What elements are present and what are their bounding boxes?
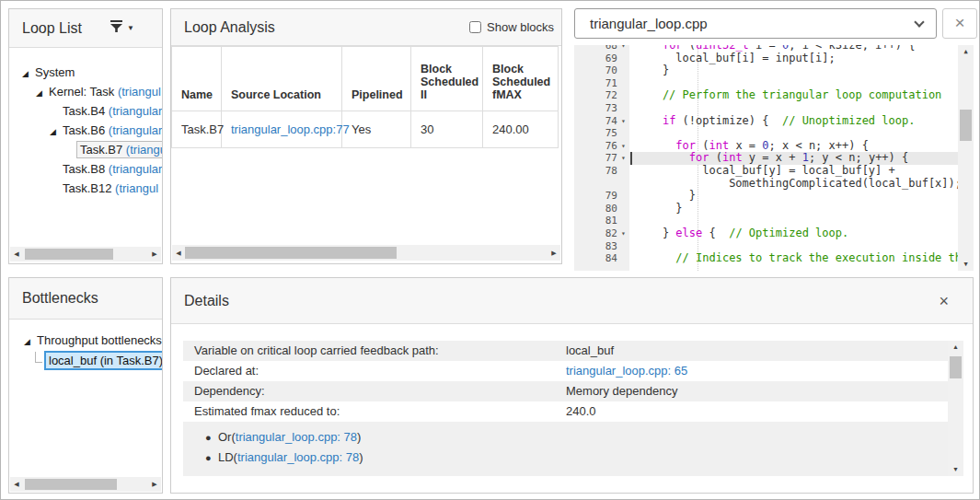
tree-expand-icon[interactable]: ◢: [36, 84, 49, 103]
code-line: }: [629, 190, 958, 203]
tree-expand-icon[interactable]: ◢: [22, 64, 35, 84]
fold-spacer: [617, 127, 629, 140]
close-details-button[interactable]: ×: [939, 293, 949, 309]
bottlenecks-title: Bottlenecks: [22, 290, 98, 307]
code-gutter: 68▾697071727374▾7576▾77▾7879808182▾8384: [574, 45, 629, 271]
tree-expand-icon[interactable]: ◢: [24, 331, 37, 352]
fold-marker-icon[interactable]: ▾: [617, 45, 629, 52]
tree-item-task-b7-selected[interactable]: Task.B7 (triangu: [9, 140, 162, 159]
code-vscrollbar[interactable]: ▲ ▼: [958, 45, 974, 271]
fold-marker-icon[interactable]: ▾: [617, 152, 629, 165]
scroll-up-icon[interactable]: ▲: [958, 45, 974, 58]
filter-icon: [110, 19, 124, 37]
col-header-pipelined[interactable]: Pipelined: [342, 47, 411, 111]
scroll-left-icon[interactable]: ◀: [10, 477, 23, 492]
gutter-line[interactable]: 74▾: [574, 115, 629, 128]
scroll-left-icon[interactable]: ◀: [172, 245, 185, 260]
scroll-up-icon[interactable]: ▲: [948, 341, 963, 354]
gutter-line: 83: [574, 240, 629, 253]
source-link[interactable]: triangular_loop.cpp: 65: [566, 361, 948, 381]
fold-marker-icon[interactable]: ▾: [617, 115, 629, 128]
col-header-name[interactable]: Name: [172, 47, 222, 111]
loop-analysis-hscrollbar[interactable]: ◀ ▶: [172, 245, 560, 261]
tree-item-local-buf-selected[interactable]: local_buf (in Task.B7): [9, 351, 162, 371]
tree-item-task-b8[interactable]: Task.B8 (triangular: [9, 159, 162, 179]
scrollbar-thumb[interactable]: [950, 356, 962, 378]
code-line: }: [629, 203, 958, 215]
gutter-line: 69: [574, 52, 629, 65]
source-link[interactable]: (triangul: [115, 181, 158, 195]
scrollbar-thumb[interactable]: [25, 249, 113, 260]
fold-marker-icon[interactable]: ▾: [617, 227, 629, 240]
loop-list-header: Loop List ▼: [9, 9, 162, 48]
tree-item-kernel-task[interactable]: ◢Kernel: Task (triangul: [9, 82, 162, 101]
details-vscrollbar[interactable]: ▲ ▼: [948, 341, 963, 476]
source-link[interactable]: (triangul: [118, 85, 161, 99]
fold-spacer: [617, 165, 629, 178]
scroll-left-icon[interactable]: ◀: [10, 247, 23, 262]
loop-list-hscrollbar[interactable]: ◀ ▶: [10, 247, 161, 262]
loop-list-title: Loop List: [22, 20, 82, 37]
bottlenecks-hscrollbar[interactable]: ◀ ▶: [10, 477, 161, 492]
source-link[interactable]: (triangular: [109, 104, 163, 118]
cell-ii: 30: [411, 111, 483, 148]
tree-item-task-b6[interactable]: ◢Task.B6 (triangular: [9, 121, 162, 140]
source-link[interactable]: (triangular: [109, 123, 163, 137]
col-header-source-location[interactable]: Source Location: [222, 47, 342, 111]
details-header: Details ×: [171, 278, 973, 324]
code-line: local_buf[y] = local_buf[y] +: [629, 165, 958, 178]
source-link[interactable]: triangular_loop.cpp: 78: [236, 430, 357, 444]
gutter-line[interactable]: 77▾: [574, 152, 629, 165]
gutter-line: 73: [574, 102, 629, 115]
detail-row: Estimated fmax reduced to: 240.0: [183, 401, 948, 422]
scrollbar-thumb[interactable]: [960, 110, 972, 141]
tree-expand-icon[interactable]: ◢: [50, 122, 63, 142]
fold-spacer: [617, 89, 629, 102]
code-content: for (uint32_t i = 0; i < kSize; i++) { l…: [629, 45, 958, 271]
tree-item-throughput-bottlenecks[interactable]: ◢Throughput bottlenecks: [9, 331, 162, 351]
close-code-button[interactable]: ×: [942, 8, 977, 39]
fold-spacer: [617, 178, 629, 191]
fold-marker-icon[interactable]: ▾: [617, 140, 629, 153]
scroll-down-icon[interactable]: ▼: [948, 463, 963, 476]
loop-analysis-title: Loop Analysis: [184, 19, 275, 36]
show-blocks-checkbox[interactable]: [469, 21, 481, 33]
bullet-icon: ●: [205, 448, 218, 468]
loop-analysis-header: Loop Analysis Show blocks: [171, 9, 561, 46]
gutter-line: [574, 178, 629, 191]
file-selector[interactable]: triangular_loop.cpp: [574, 8, 937, 39]
tree-item-task-b4[interactable]: Task.B4 (triangular: [9, 101, 162, 121]
gutter-line: 80: [574, 203, 629, 215]
fold-spacer: [617, 203, 629, 215]
tree-item-task-b12[interactable]: Task.B12 (triangul: [9, 179, 162, 198]
code-line: [629, 240, 958, 253]
scroll-right-icon[interactable]: ▶: [148, 247, 161, 262]
table-row[interactable]: Task.B7 triangular_loop.cpp:77 Yes 30 24…: [172, 111, 559, 148]
scrollbar-thumb[interactable]: [25, 479, 117, 490]
source-link[interactable]: triangular_loop.cpp: 78: [237, 450, 359, 464]
col-header-block-scheduled-fmax[interactable]: Block Scheduled fMAX: [483, 47, 559, 111]
code-line: if (!optimize) { // Unoptimized loop.: [629, 115, 958, 128]
code-viewer: triangular_loop.cpp × 68▾697071727374▾75…: [574, 8, 974, 271]
cell-fmax: 240.00: [483, 111, 559, 148]
details-panel: Details × Variable on critical loop carr…: [170, 277, 974, 494]
show-blocks-label: Show blocks: [487, 20, 554, 34]
gutter-line: 71: [574, 77, 629, 90]
col-header-block-scheduled-ii[interactable]: Block Scheduled II: [411, 47, 483, 111]
source-link[interactable]: (triangu: [126, 143, 163, 157]
gutter-line[interactable]: 68▾: [574, 45, 629, 52]
tree-item-system[interactable]: ◢System: [9, 63, 162, 82]
scroll-right-icon[interactable]: ▶: [148, 477, 161, 492]
filter-button[interactable]: ▼: [110, 19, 134, 37]
gutter-line[interactable]: 82▾: [574, 227, 629, 240]
scroll-right-icon[interactable]: ▶: [548, 245, 560, 260]
scrollbar-thumb[interactable]: [185, 247, 397, 259]
fold-spacer: [617, 190, 629, 203]
tree-connector: [35, 352, 42, 363]
show-blocks-control: Show blocks: [469, 20, 554, 34]
bottlenecks-tree: ◢Throughput bottlenecks local_buf (in Ta…: [9, 320, 162, 371]
cell-source-link[interactable]: triangular_loop.cpp:77: [222, 111, 342, 148]
gutter-line[interactable]: 76▾: [574, 140, 629, 153]
scroll-down-icon[interactable]: ▼: [958, 258, 974, 271]
source-link[interactable]: (triangular: [109, 162, 163, 176]
